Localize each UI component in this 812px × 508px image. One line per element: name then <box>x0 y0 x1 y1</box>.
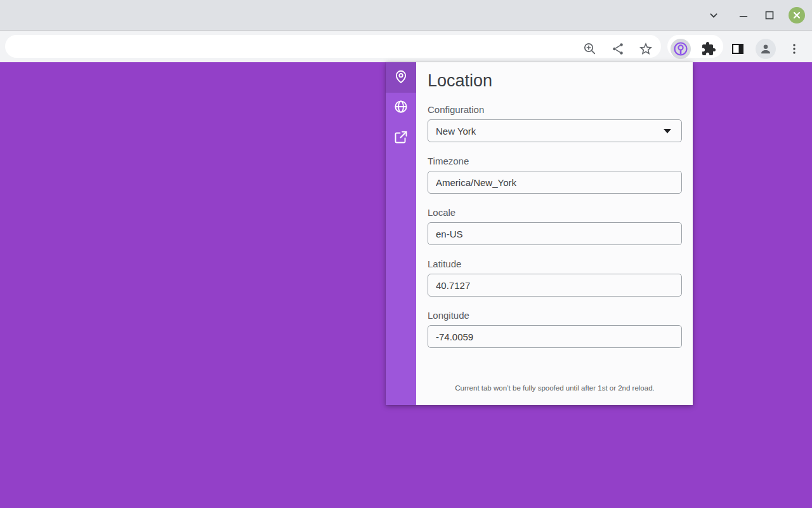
field-latitude: Latitude <box>428 258 682 297</box>
sidebar-item-globe[interactable] <box>386 93 416 123</box>
page-background: Location Configuration New York Timezone… <box>0 62 812 508</box>
field-label: Locale <box>428 206 682 218</box>
field-configuration: Configuration New York <box>428 104 682 142</box>
extensions-puzzle-icon[interactable] <box>698 39 719 59</box>
profile-avatar[interactable] <box>756 39 776 59</box>
timezone-input[interactable] <box>428 171 682 194</box>
field-label: Longitude <box>428 309 682 321</box>
extension-popup: Location Configuration New York Timezone… <box>386 62 693 405</box>
popup-content: Location Configuration New York Timezone… <box>416 62 693 405</box>
kebab-menu-icon[interactable] <box>784 39 804 59</box>
window-titlebar <box>0 0 812 30</box>
share-icon[interactable] <box>608 39 628 59</box>
longitude-input[interactable] <box>428 325 682 348</box>
field-timezone: Timezone <box>428 155 682 194</box>
popup-note: Current tab won’t be fully spoofed until… <box>428 384 682 396</box>
vytal-extension-icon[interactable] <box>671 39 691 59</box>
location-pin-icon <box>393 68 409 87</box>
zoom-in-icon[interactable] <box>580 39 600 59</box>
bookmark-star-icon[interactable] <box>636 39 656 59</box>
locale-input[interactable] <box>428 222 682 245</box>
sidebar-item-location[interactable] <box>386 62 416 93</box>
globe-icon <box>393 98 409 117</box>
field-longitude: Longitude <box>428 309 682 348</box>
chevron-down-icon[interactable] <box>705 6 723 24</box>
chevron-down-icon <box>664 129 671 133</box>
browser-toolbar <box>0 30 812 62</box>
address-bar[interactable] <box>5 35 661 58</box>
popup-sidebar <box>386 62 416 405</box>
configuration-select[interactable]: New York <box>428 119 682 142</box>
side-panel-icon[interactable] <box>728 39 748 59</box>
field-label: Latitude <box>428 258 682 270</box>
latitude-input[interactable] <box>428 274 682 297</box>
close-button[interactable] <box>789 7 805 23</box>
configuration-value: New York <box>436 126 476 137</box>
maximize-button[interactable] <box>761 6 778 24</box>
field-label: Timezone <box>428 155 682 167</box>
external-link-icon <box>393 130 409 147</box>
popup-title: Location <box>428 69 682 93</box>
field-label: Configuration <box>428 104 682 116</box>
minimize-button[interactable] <box>735 6 752 24</box>
field-locale: Locale <box>428 206 682 245</box>
sidebar-item-external-link[interactable] <box>386 123 416 154</box>
